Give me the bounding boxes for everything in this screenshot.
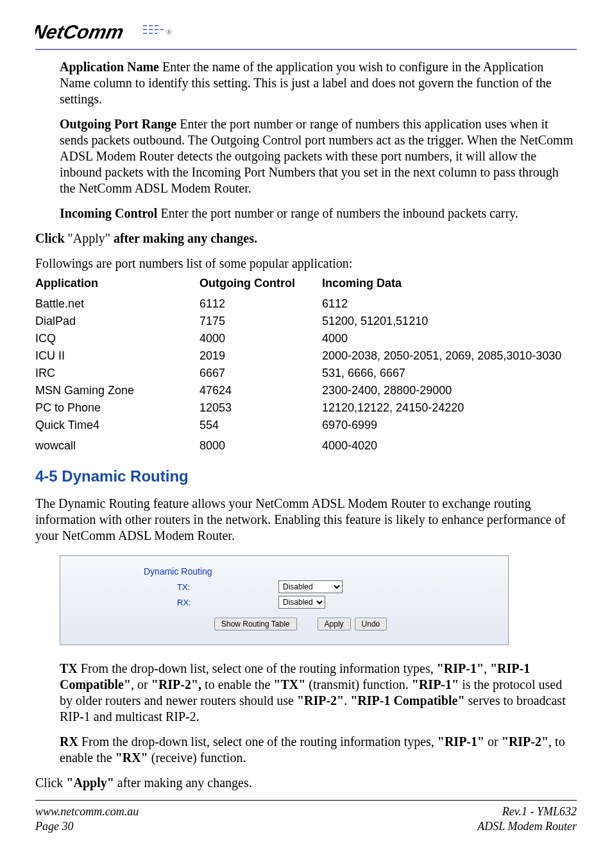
rx-label: RX: (99, 598, 278, 607)
body-incoming: Enter the port number or range of number… (157, 206, 518, 220)
footer-page: Page 30 (35, 819, 139, 834)
table-row: ICU II20192000-2038, 2050-2051, 2069, 20… (35, 347, 577, 365)
registered-mark: ® (166, 28, 172, 37)
dynamic-routing-screenshot: Dynamic Routing TX: Disabled RX: Disable… (60, 555, 509, 645)
tx-term: TX (60, 661, 78, 675)
header-outgoing: Outgoing Control (200, 274, 322, 295)
footer-divider (35, 800, 577, 801)
table-row: DialPad717551200, 51201,51210 (35, 313, 577, 330)
incoming-control-paragraph: Incoming Control Enter the port number o… (60, 205, 577, 221)
header-application: Application (35, 274, 200, 295)
tx-definition: TX From the drop-down list, select one o… (60, 661, 577, 725)
rx-select[interactable]: Disabled (278, 596, 325, 609)
brand-logo: NetComm ® (35, 19, 577, 45)
table-row: Battle.net61126112 (35, 295, 577, 313)
netcomm-logo-icon: NetComm (35, 19, 164, 45)
page-footer: www.netcomm.com.au Page 30 Rev.1 - YML63… (35, 804, 577, 835)
table-row: Quick Time45546970-6999 (35, 417, 577, 434)
table-intro: Followings are port numbers list of some… (35, 256, 577, 272)
tx-label: TX: (99, 582, 278, 592)
dynamic-routing-intro: The Dynamic Routing feature allows your … (35, 496, 577, 544)
click-prefix: Click (35, 231, 68, 245)
footer-rev: Rev.1 - YML632 (477, 804, 577, 819)
rx-term: RX (60, 734, 78, 749)
term-outgoing: Outgoing Port Range (60, 117, 176, 131)
rx-definition: RX From the drop-down list, select one o… (60, 734, 577, 766)
section-heading-dynamic-routing: 4-5 Dynamic Routing (35, 467, 577, 485)
table-row: IRC6667531, 6666, 6667 (35, 365, 577, 382)
svg-text:NetComm: NetComm (35, 21, 126, 42)
term-application-name: Application Name (60, 60, 159, 74)
apply-button[interactable]: Apply (318, 618, 351, 630)
table-row: ICQ40004000 (35, 330, 577, 347)
footer-product: ADSL Modem Router (477, 819, 577, 834)
table-row: PC to Phone1205312120,12122, 24150-24220 (35, 399, 577, 417)
header-incoming: Incoming Data (322, 274, 577, 295)
outgoing-port-range-paragraph: Outgoing Port Range Enter the port numbe… (60, 116, 577, 196)
application-name-paragraph: Application Name Enter the name of the a… (60, 59, 577, 107)
term-incoming: Incoming Control (60, 206, 157, 220)
header-divider (35, 49, 577, 50)
show-routing-table-button[interactable]: Show Routing Table (214, 618, 297, 630)
tx-select[interactable]: Disabled (278, 580, 343, 593)
table-row: wowcall80004000-4020 (35, 434, 577, 455)
final-click-apply: Click "Apply" after making any changes. (35, 775, 577, 791)
click-suffix: after making any changes. (110, 231, 257, 245)
click-quoted: "Apply" (68, 231, 110, 245)
port-numbers-table: Application Outgoing Control Incoming Da… (35, 274, 577, 455)
footer-url: www.netcomm.com.au (35, 804, 139, 819)
screenshot-title: Dynamic Routing (144, 566, 482, 577)
click-apply-line: Click "Apply" after making any changes. (35, 230, 577, 247)
table-row: MSN Gaming Zone476242300-2400, 28800-290… (35, 382, 577, 399)
undo-button[interactable]: Undo (355, 618, 387, 630)
